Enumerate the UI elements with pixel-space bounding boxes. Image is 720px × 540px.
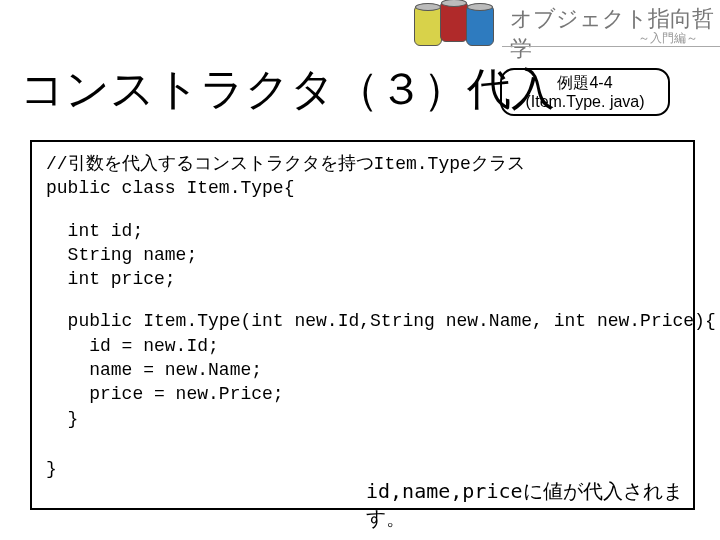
code-box: //引数を代入するコンストラクタを持つItem.Typeクラス public c… (30, 140, 695, 510)
code-fields: int id; String name; int price; (46, 219, 679, 292)
slide-header: オブジェクト指向哲学 ～入門編～ (0, 0, 720, 48)
can-icon (414, 6, 442, 46)
slide-title: コンストラクタ（３）代入 (20, 60, 555, 119)
can-icon (466, 6, 494, 46)
header-rule (502, 46, 720, 47)
header-subtitle: ～入門編～ (638, 30, 698, 47)
badge-line2: (Item.Type. java) (502, 92, 668, 111)
logo-cans (410, 2, 500, 46)
example-badge: 例題4-4 (Item.Type. java) (500, 68, 670, 116)
code-constructor: public Item.Type(int new.Id,String new.N… (46, 309, 679, 430)
slide-note: id,name,priceに値が代入されます。 (366, 478, 720, 532)
badge-line1: 例題4-4 (502, 73, 668, 92)
code-comment: //引数を代入するコンストラクタを持つItem.Typeクラス (46, 152, 679, 176)
code-class-open: public class Item.Type{ (46, 176, 679, 200)
can-icon (440, 2, 468, 42)
